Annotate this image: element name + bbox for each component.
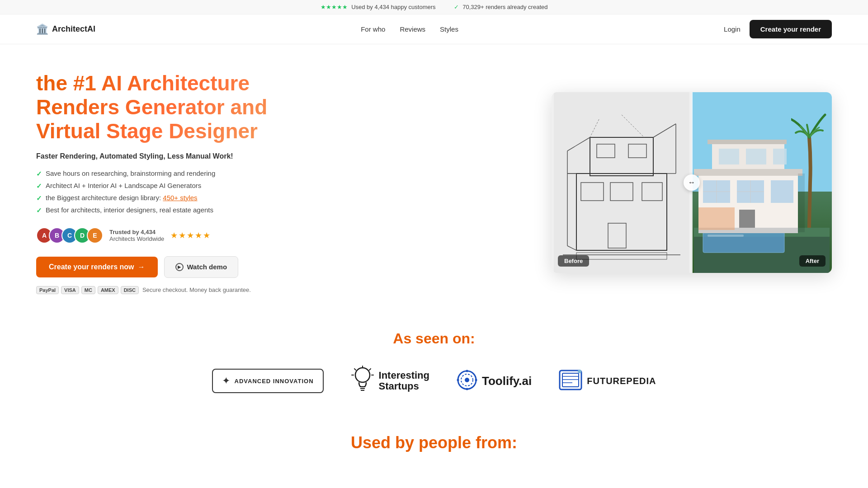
- top-banner: ★★★★★ Used by 4,434 happy customers ✓ 70…: [0, 0, 868, 14]
- hero-title: the #1 AI Architecture Renders Generator…: [36, 71, 298, 143]
- svg-point-60: [475, 379, 477, 381]
- used-by-section: Used by people from:: [0, 415, 868, 461]
- avatar-group: A B C D E: [36, 227, 103, 244]
- after-label: After: [799, 255, 826, 267]
- feature-4: ✓ Best for architects, interior designer…: [36, 206, 298, 215]
- logos-row: ✦ ADVANCED INNOVATION: [36, 365, 832, 397]
- hero-left: the #1 AI Architecture Renders Generator…: [36, 71, 298, 294]
- nav-link-forwho[interactable]: For who: [361, 25, 385, 33]
- nav-cta-button[interactable]: Create your render: [750, 20, 832, 38]
- nav-links: For who Reviews Styles: [361, 25, 458, 33]
- logo-icon: 🏛️: [36, 23, 48, 35]
- trust-line2: Architects Worldwide: [109, 235, 164, 242]
- as-seen-section: As seen on: ✦ ADVANCED INNOVATION: [0, 312, 868, 415]
- play-icon: ▶: [175, 263, 184, 271]
- svg-rect-62: [562, 373, 579, 387]
- svg-point-56: [465, 378, 469, 382]
- toolify-icon: [457, 370, 477, 392]
- styles-link[interactable]: 450+ styles: [163, 194, 197, 202]
- amex-badge: AMEX: [98, 286, 118, 294]
- hero-features: ✓ Save hours on researching, brainstormi…: [36, 169, 298, 215]
- payment-row: PayPal VISA MC AMEX DISC Secure checkout…: [36, 286, 298, 294]
- nav-link-styles[interactable]: Styles: [440, 25, 458, 33]
- svg-rect-40: [773, 149, 787, 164]
- svg-rect-38: [719, 149, 739, 164]
- toolify-text: Toolify.ai: [482, 374, 532, 388]
- used-by-title: Used by people from:: [36, 433, 832, 452]
- logo-text: ArchitectAI: [52, 24, 95, 34]
- is-bulb-icon: [351, 365, 374, 397]
- hero-after-panel: After: [692, 92, 832, 273]
- check-icon-2: ✓: [36, 182, 42, 190]
- hero-subtitle: Faster Rendering, Automated Styling, Les…: [36, 152, 298, 160]
- trust-line1: Trusted by 4,434: [109, 229, 164, 235]
- hero-before-panel: Before: [552, 92, 692, 273]
- svg-line-51: [369, 369, 371, 370]
- svg-rect-41: [739, 210, 755, 230]
- svg-point-58: [466, 388, 468, 390]
- watch-demo-button[interactable]: ▶ Watch demo: [164, 256, 239, 278]
- payment-badges: PayPal VISA MC AMEX DISC: [36, 286, 139, 294]
- banner-customers: Used by 4,434 happy customers: [351, 4, 435, 10]
- adv-icon: ✦: [222, 375, 230, 387]
- toolify-logo: Toolify.ai: [457, 370, 532, 392]
- svg-point-45: [355, 368, 370, 382]
- svg-point-66: [578, 370, 581, 373]
- futurepedia-icon: [559, 370, 582, 392]
- payment-text: Secure checkout. Money back guarantee.: [142, 286, 251, 293]
- feature-1: ✓ Save hours on researching, brainstormi…: [36, 169, 298, 178]
- is-label-2: Startups: [379, 381, 429, 392]
- svg-rect-33: [771, 180, 793, 203]
- create-renders-button[interactable]: Create your renders now →: [36, 257, 158, 277]
- hero-section: the #1 AI Architecture Renders Generator…: [0, 44, 868, 312]
- cta-row: Create your renders now → ▶ Watch demo: [36, 256, 298, 278]
- feature-2: ✓ Architect AI + Interior AI + Landscape…: [36, 182, 298, 190]
- feature-3: ✓ the Biggest architecture design librar…: [36, 194, 298, 202]
- banner-stars-icon: ★★★★★: [321, 4, 348, 10]
- interesting-startups-logo: Interesting Startups: [351, 365, 429, 397]
- svg-rect-44: [798, 174, 805, 232]
- trust-row: A B C D E Trusted by 4,434 Architects Wo…: [36, 227, 298, 244]
- paypal-badge: PayPal: [36, 286, 59, 294]
- hero-right: Before ↔: [552, 92, 832, 273]
- cta-secondary-label: Watch demo: [187, 263, 227, 271]
- check-icon-4: ✓: [36, 206, 42, 215]
- nav-right: Login Create your render: [724, 20, 832, 38]
- svg-point-59: [457, 379, 459, 381]
- hero-split-view[interactable]: Before ↔: [552, 92, 832, 273]
- advanced-innovation-logo: ✦ ADVANCED INNOVATION: [212, 369, 324, 393]
- futurepedia-text: FUTUREPEDIA: [587, 376, 656, 386]
- mc-badge: MC: [81, 286, 95, 294]
- visa-badge: VISA: [61, 286, 79, 294]
- banner-renders-text: 70,329+ renders already created: [462, 4, 547, 10]
- as-seen-title: As seen on:: [36, 330, 832, 347]
- is-text: Interesting Startups: [379, 370, 429, 392]
- check-icon-1: ✓: [36, 170, 42, 178]
- nav-link-reviews[interactable]: Reviews: [400, 25, 425, 33]
- svg-rect-39: [746, 149, 766, 164]
- navbar: 🏛️ ArchitectAI For who Reviews Styles Lo…: [0, 14, 868, 44]
- split-cursor[interactable]: ↔: [684, 174, 700, 191]
- disc-badge: DISC: [121, 286, 139, 294]
- svg-point-57: [466, 370, 468, 372]
- nav-logo[interactable]: 🏛️ ArchitectAI: [36, 23, 95, 35]
- banner-renders: ✓ 70,329+ renders already created: [454, 4, 548, 10]
- svg-line-50: [354, 369, 356, 370]
- svg-rect-30: [708, 140, 787, 144]
- futurepedia-logo: FUTUREPEDIA: [559, 370, 656, 392]
- cta-primary-label: Create your renders now: [49, 263, 134, 271]
- adv-text: ADVANCED INNOVATION: [235, 378, 314, 385]
- banner-stars-text: ★★★★★ Used by 4,434 happy customers: [321, 4, 436, 10]
- avatar-5: E: [87, 227, 103, 244]
- svg-rect-29: [694, 169, 802, 176]
- is-label-1: Interesting: [379, 370, 429, 381]
- trust-stars: ★★★★★: [170, 230, 211, 240]
- trust-text: Trusted by 4,434 Architects Worldwide: [109, 229, 164, 242]
- svg-rect-43: [698, 207, 735, 230]
- login-link[interactable]: Login: [724, 25, 741, 33]
- hero-image-container: Before ↔: [552, 92, 832, 273]
- banner-check-icon: ✓: [454, 4, 459, 10]
- before-label: Before: [558, 255, 589, 267]
- cta-arrow: →: [138, 263, 145, 271]
- svg-rect-26: [708, 235, 744, 237]
